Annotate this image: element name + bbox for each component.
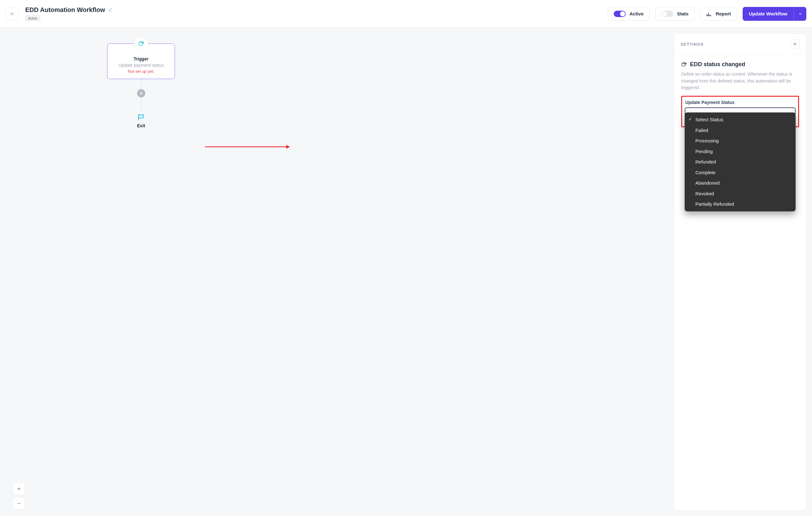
active-toggle-box[interactable]: Active (608, 7, 650, 21)
status-tag: Active (25, 16, 40, 21)
edit-title-button[interactable] (108, 8, 113, 12)
trigger-node-badge (134, 37, 148, 51)
settings-panel: SETTINGS EDD status changed Define an or… (674, 33, 806, 510)
title-block: EDD Automation Workflow Active (25, 6, 113, 21)
active-toggle[interactable] (614, 11, 626, 17)
exit-label: Exit (137, 123, 145, 128)
status-option[interactable]: Pending (685, 146, 795, 157)
collapse-sidebar-button[interactable] (6, 7, 18, 20)
update-button-group: Update Workflow (743, 7, 806, 21)
status-option[interactable]: Refunded (685, 157, 795, 167)
exit-flag-icon (137, 113, 145, 121)
status-option[interactable]: Failed (685, 125, 795, 136)
header-bar: EDD Automation Workflow Active Active St… (0, 0, 812, 28)
stats-toggle[interactable] (661, 11, 673, 17)
chevrons-left-icon (9, 11, 14, 17)
panel-title: EDD status changed (690, 61, 745, 68)
annotation-arrow (205, 144, 290, 150)
shopping-icon (138, 41, 144, 47)
update-workflow-caret[interactable] (794, 7, 806, 21)
connector-line (141, 97, 141, 111)
stats-toggle-label: Stats (677, 11, 689, 17)
status-option[interactable]: Processing (685, 135, 795, 146)
annotation-highlight: Update Payment Status Select StatusFaile… (681, 96, 799, 127)
workflow-title: EDD Automation Workflow (25, 6, 105, 13)
status-field-label: Update Payment Status (685, 100, 795, 105)
panel-header-title: SETTINGS (680, 42, 703, 47)
stats-toggle-box[interactable]: Stats (655, 7, 695, 21)
panel-header: SETTINGS (674, 34, 806, 55)
report-button[interactable]: Report (700, 7, 737, 21)
trigger-subtitle: Update payment status (112, 63, 170, 68)
shopping-icon (681, 62, 687, 67)
trigger-warning: Not set up yet. (112, 69, 170, 74)
status-option[interactable]: Revoked (685, 188, 795, 199)
chevron-down-icon (798, 12, 803, 16)
connector-line (141, 79, 141, 89)
update-workflow-button[interactable]: Update Workflow (743, 7, 794, 21)
zoom-in-button[interactable]: + (12, 483, 25, 495)
workflow-canvas[interactable]: Trigger Update payment status Not set up… (0, 28, 812, 516)
pencil-icon (108, 8, 113, 12)
panel-body: EDD status changed Define an order statu… (674, 55, 806, 133)
status-dropdown: Select StatusFailedProcessingPendingRefu… (685, 113, 795, 211)
zoom-out-button[interactable]: − (12, 497, 25, 510)
add-node-button[interactable]: + (137, 89, 145, 97)
panel-description: Define an order status as control. Whene… (681, 71, 799, 91)
zoom-controls: + − (12, 483, 25, 510)
active-toggle-label: Active (630, 11, 644, 17)
status-option[interactable]: Complete (685, 167, 795, 178)
flag-icon (137, 113, 145, 121)
node-stack: Trigger Update payment status Not set up… (107, 43, 175, 128)
status-option[interactable]: Partially Refunded (685, 199, 795, 210)
status-option[interactable]: Select Status (685, 114, 795, 125)
bar-chart-icon (706, 11, 712, 17)
svg-marker-3 (286, 145, 290, 149)
status-option[interactable]: Abandoned (685, 178, 795, 188)
panel-close-button[interactable] (790, 39, 800, 49)
trigger-node[interactable]: Trigger Update payment status Not set up… (107, 43, 175, 79)
trigger-title: Trigger (112, 56, 170, 61)
report-label: Report (716, 11, 731, 17)
close-icon (793, 42, 797, 46)
